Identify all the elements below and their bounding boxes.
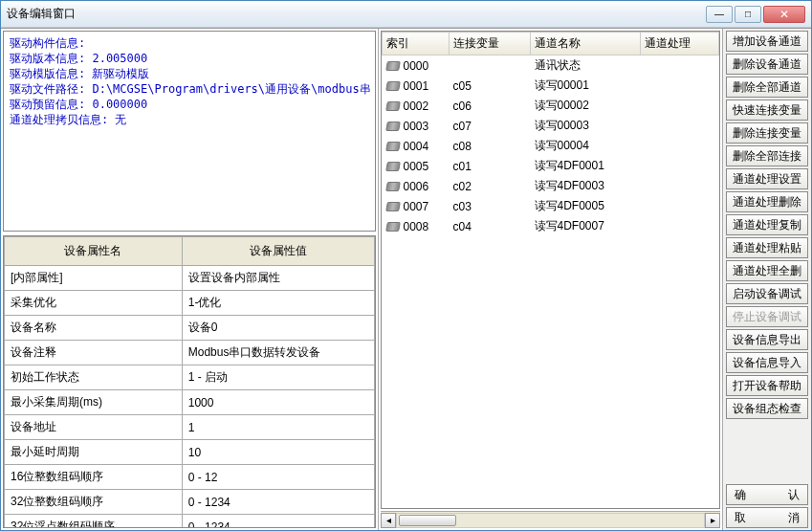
delete-all-connect-button[interactable]: 删除全部连接 — [726, 145, 808, 166]
channel-row[interactable]: 0000通讯状态 — [383, 55, 719, 77]
channel-icon — [385, 222, 401, 232]
titlebar[interactable]: 设备编辑窗口 — □ ✕ — [1, 1, 811, 28]
channel-var: c02 — [450, 176, 531, 196]
channel-proc — [641, 176, 719, 196]
channel-var: c06 — [450, 96, 531, 116]
minimize-button[interactable]: — — [706, 6, 733, 23]
device-info-export-button[interactable]: 设备信息导出 — [726, 329, 808, 350]
lv-col-proc[interactable]: 通道处理 — [641, 33, 719, 55]
cancel-label-l: 取 — [735, 510, 746, 526]
channel-proc — [641, 116, 719, 136]
close-button[interactable]: ✕ — [763, 6, 805, 23]
channel-name: 读写4DF0003 — [531, 176, 641, 196]
prop-row[interactable]: 32位整数组码顺序0 - 1234 — [5, 490, 375, 515]
window-buttons: — □ ✕ — [706, 6, 805, 23]
prop-row[interactable]: 设备名称设备0 — [5, 316, 375, 341]
channel-row[interactable]: 0007c03读写4DF0005 — [383, 196, 719, 216]
quick-connect-var-button[interactable]: 快速连接变量 — [726, 100, 808, 121]
prop-name: 设备注释 — [5, 341, 183, 365]
channel-icon — [385, 142, 401, 151]
window-title: 设备编辑窗口 — [7, 6, 706, 22]
prop-row[interactable]: [内部属性]设置设备内部属性 — [5, 266, 375, 291]
channel-icon — [385, 182, 401, 191]
channel-proc — [641, 96, 719, 116]
channel-proc-del-button[interactable]: 通道处理删除 — [726, 191, 808, 212]
channel-row[interactable]: 0004c08读写00004 — [383, 136, 719, 156]
prop-row[interactable]: 最小延时周期10 — [5, 440, 375, 465]
channel-index: 0007 — [383, 196, 450, 216]
channel-row[interactable]: 0006c02读写4DF0003 — [383, 176, 719, 196]
channel-var: c07 — [450, 116, 531, 136]
channel-row[interactable]: 0002c06读写00002 — [383, 96, 719, 116]
start-debug-button[interactable]: 启动设备调试 — [726, 283, 808, 304]
maximize-button[interactable]: □ — [735, 6, 761, 23]
stop-debug-button: 停止设备调试 — [726, 306, 808, 327]
delete-all-channels-button[interactable]: 删除全部通道 — [726, 77, 808, 98]
channel-icon — [385, 122, 401, 131]
prop-row[interactable]: 32位浮点数组码顺序0 - 1234 — [5, 515, 375, 529]
channel-index: 0001 — [383, 76, 450, 96]
device-config-check-button[interactable]: 设备组态检查 — [726, 398, 808, 419]
scroll-left-button[interactable]: ◂ — [381, 513, 396, 528]
channel-row[interactable]: 0008c04读写4DF0007 — [383, 216, 719, 236]
channel-proc-delall-button[interactable]: 通道处理全删 — [726, 260, 808, 281]
scroll-right-button[interactable]: ▸ — [705, 513, 720, 528]
ok-label-l: 确 — [735, 487, 746, 503]
prop-name: 16位整数组码顺序 — [5, 465, 183, 490]
open-device-help-button[interactable]: 打开设备帮助 — [726, 375, 808, 396]
cancel-button[interactable]: 取 消 — [726, 507, 808, 528]
channel-proc-copy-button[interactable]: 通道处理复制 — [726, 214, 808, 235]
scroll-track[interactable] — [396, 513, 705, 528]
add-channel-button[interactable]: 增加设备通道 — [726, 31, 808, 52]
prop-row[interactable]: 设备地址1 — [5, 415, 375, 440]
channel-index: 0005 — [383, 156, 450, 176]
prop-row[interactable]: 16位整数组码顺序0 - 12 — [5, 465, 375, 490]
channel-row[interactable]: 0003c07读写00003 — [383, 116, 719, 136]
ok-button[interactable]: 确 认 — [726, 484, 808, 505]
prop-row[interactable]: 最小采集周期(ms)1000 — [5, 390, 375, 415]
left-pane: 驱动构件信息: 驱动版本信息: 2.005000 驱动模版信息: 新驱动模版 驱… — [1, 29, 379, 530]
prop-name: 最小采集周期(ms) — [5, 390, 183, 415]
prop-row[interactable]: 采集优化1-优化 — [5, 291, 375, 316]
driver-info-box: 驱动构件信息: 驱动版本信息: 2.005000 驱动模版信息: 新驱动模版 驱… — [3, 31, 376, 232]
scroll-thumb[interactable] — [399, 515, 456, 526]
prop-name: 设备名称 — [5, 316, 183, 341]
prop-value[interactable]: 0 - 12 — [182, 465, 374, 490]
property-grid[interactable]: 设备属性名 设备属性值 [内部属性]设置设备内部属性采集优化1-优化设备名称设备… — [4, 236, 375, 528]
prop-value[interactable]: 设备0 — [182, 316, 374, 341]
prop-value[interactable]: 0 - 1234 — [182, 515, 374, 529]
prop-value[interactable]: 0 - 1234 — [182, 490, 374, 515]
channel-proc-set-button[interactable]: 通道处理设置 — [726, 168, 808, 189]
channel-proc-paste-button[interactable]: 通道处理粘贴 — [726, 237, 808, 258]
channel-var: c01 — [450, 156, 531, 176]
channel-var: c04 — [450, 216, 531, 236]
channel-icon — [385, 101, 401, 111]
channel-listview[interactable]: 索引 连接变量 通道名称 通道处理 0000通讯状态0001c05读写00001… — [382, 32, 719, 236]
delete-channel-button[interactable]: 删除设备通道 — [726, 54, 808, 75]
prop-value[interactable]: 1000 — [182, 390, 374, 415]
horizontal-scrollbar[interactable]: ◂ ▸ — [381, 511, 720, 528]
channel-index: 0006 — [383, 176, 450, 196]
prop-col-name[interactable]: 设备属性名 — [5, 237, 183, 266]
channel-proc — [641, 76, 719, 96]
device-edit-window: 设备编辑窗口 — □ ✕ 驱动构件信息: 驱动版本信息: 2.005000 驱动… — [0, 0, 812, 531]
device-info-import-button[interactable]: 设备信息导入 — [726, 352, 808, 373]
prop-value[interactable]: 1 - 启动 — [182, 365, 374, 390]
lv-col-var[interactable]: 连接变量 — [450, 33, 531, 55]
prop-col-value[interactable]: 设备属性值 — [182, 237, 374, 266]
prop-value[interactable]: 1-优化 — [182, 291, 374, 316]
lv-col-index[interactable]: 索引 — [383, 33, 450, 55]
prop-value[interactable]: 1 — [182, 415, 374, 440]
delete-connect-var-button[interactable]: 删除连接变量 — [726, 122, 808, 144]
prop-value[interactable]: 设置设备内部属性 — [182, 266, 374, 291]
prop-value[interactable]: 10 — [182, 440, 374, 465]
channel-row[interactable]: 0005c01读写4DF0001 — [383, 156, 719, 176]
prop-row[interactable]: 初始工作状态1 - 启动 — [5, 365, 375, 390]
channel-row[interactable]: 0001c05读写00001 — [383, 76, 719, 96]
lv-col-name[interactable]: 通道名称 — [531, 33, 641, 55]
channel-index: 0002 — [383, 96, 450, 116]
prop-row[interactable]: 设备注释Modbus串口数据转发设备 — [5, 341, 375, 365]
prop-value[interactable]: Modbus串口数据转发设备 — [182, 341, 374, 365]
channel-index: 0004 — [383, 136, 450, 156]
channel-name: 读写00002 — [531, 96, 641, 116]
